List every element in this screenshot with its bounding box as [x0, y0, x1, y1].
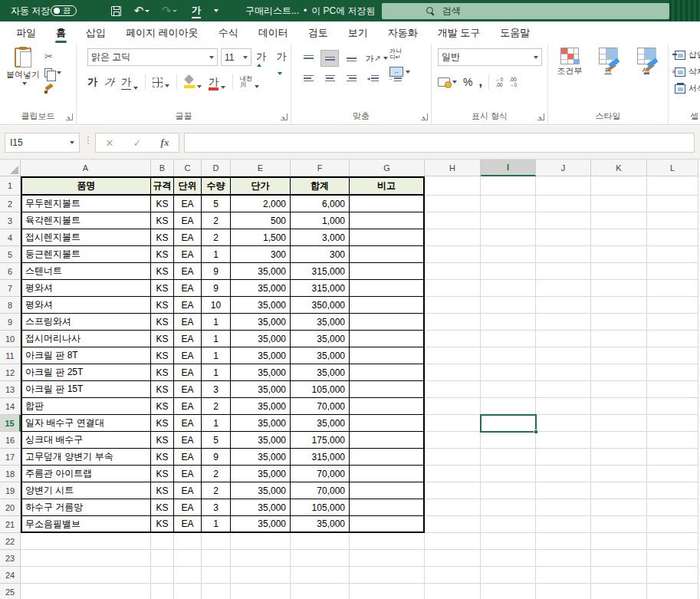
cell-G1[interactable]: 비고: [350, 176, 425, 196]
row-header-3[interactable]: 3: [0, 212, 21, 229]
cell-D15[interactable]: 1: [202, 415, 231, 432]
tab-insert[interactable]: 삽입: [76, 21, 116, 44]
cell-B10[interactable]: KS: [151, 331, 174, 347]
qat-customize-button[interactable]: [209, 0, 224, 21]
align-center-button[interactable]: [320, 70, 339, 87]
cell-B5[interactable]: KS: [151, 246, 174, 263]
col-header-E[interactable]: E: [231, 160, 291, 176]
name-box-resizer[interactable]: [87, 137, 89, 149]
row-header-15[interactable]: 15: [0, 415, 21, 432]
cell-B24[interactable]: [151, 567, 174, 584]
cell-H20[interactable]: [425, 499, 481, 516]
cell-J16[interactable]: [536, 432, 591, 449]
cell-E18[interactable]: 35,000: [231, 466, 291, 482]
cell-A8[interactable]: 평와셔: [21, 297, 151, 314]
cell-F20[interactable]: 105,000: [291, 499, 350, 516]
tab-review[interactable]: 검토: [298, 21, 338, 44]
cell-K17[interactable]: [591, 449, 647, 466]
cell-E10[interactable]: 35,000: [231, 331, 291, 347]
cell-I22[interactable]: [481, 533, 536, 550]
cell-F3[interactable]: 1,000: [291, 212, 350, 229]
cell-B16[interactable]: KS: [151, 432, 174, 449]
cell-J14[interactable]: [536, 398, 591, 415]
insert-function-button[interactable]: fx: [161, 137, 169, 149]
cell-F12[interactable]: 35,000: [291, 364, 350, 381]
format-painter-button[interactable]: [44, 84, 61, 96]
col-header-D[interactable]: D: [202, 160, 231, 176]
cell-K18[interactable]: [591, 466, 647, 482]
cell-E8[interactable]: 35,000: [231, 297, 291, 314]
cell-K4[interactable]: [591, 229, 647, 246]
cell-C12[interactable]: EA: [174, 364, 202, 381]
cell-B11[interactable]: KS: [151, 347, 174, 364]
cell-D24[interactable]: [202, 567, 231, 584]
cell-K14[interactable]: [591, 398, 647, 415]
cell-E11[interactable]: 35,000: [231, 347, 291, 364]
cell-J15[interactable]: [536, 415, 591, 432]
enter-button[interactable]: ✓: [133, 137, 142, 149]
tab-data[interactable]: 데이터: [248, 21, 298, 44]
cell-A25[interactable]: [21, 584, 151, 599]
cell-L2[interactable]: [647, 196, 698, 212]
italic-button[interactable]: 가: [104, 75, 116, 89]
cell-E2[interactable]: 2,000: [231, 196, 291, 212]
delete-cells-button[interactable]: 삭제: [675, 66, 700, 77]
cell-F17[interactable]: 315,000: [291, 449, 350, 466]
cell-J21[interactable]: [536, 516, 591, 533]
cell-K11[interactable]: [591, 347, 647, 364]
percent-style-button[interactable]: %: [463, 76, 472, 88]
cell-B14[interactable]: KS: [151, 398, 174, 415]
cell-A15[interactable]: 일자 배수구 연결대: [21, 415, 151, 432]
cell-L13[interactable]: [647, 381, 698, 398]
cell-E22[interactable]: [231, 533, 291, 550]
number-format-select[interactable]: 일반: [438, 48, 542, 66]
cell-B6[interactable]: KS: [151, 263, 174, 280]
cell-I24[interactable]: [481, 567, 536, 584]
cell-A4[interactable]: 접시렌지볼트: [21, 229, 151, 246]
row-header-2[interactable]: 2: [0, 196, 21, 212]
cell-I18[interactable]: [481, 466, 536, 482]
cell-I11[interactable]: [481, 347, 536, 364]
cell-F18[interactable]: 70,000: [291, 466, 350, 482]
paste-button[interactable]: 붙여넣기: [6, 48, 40, 104]
cell-J6[interactable]: [536, 263, 591, 280]
cell-H17[interactable]: [425, 449, 481, 466]
cell-F5[interactable]: 300: [291, 246, 350, 263]
cell-H5[interactable]: [425, 246, 481, 263]
cell-E3[interactable]: 500: [231, 212, 291, 229]
cell-C25[interactable]: [174, 584, 202, 599]
cell-C15[interactable]: EA: [174, 415, 202, 432]
cell-B18[interactable]: KS: [151, 466, 174, 482]
cell-D23[interactable]: [202, 550, 231, 567]
cell-D8[interactable]: 10: [202, 297, 231, 314]
cell-C11[interactable]: EA: [174, 347, 202, 364]
cell-D4[interactable]: 2: [202, 229, 231, 246]
cell-A13[interactable]: 아크릴 판 15T: [21, 381, 151, 398]
cell-K13[interactable]: [591, 381, 647, 398]
cell-A18[interactable]: 주름관 아이트랩: [21, 466, 151, 482]
comma-style-button[interactable]: ,: [478, 78, 481, 86]
tab-file[interactable]: 파일: [6, 21, 46, 44]
col-header-F[interactable]: F: [291, 160, 350, 176]
cell-I2[interactable]: [481, 196, 536, 212]
col-header-C[interactable]: C: [174, 160, 202, 176]
undo-button[interactable]: ↶: [130, 0, 153, 21]
cell-H23[interactable]: [425, 550, 481, 567]
cell-C6[interactable]: EA: [174, 263, 202, 280]
cell-C19[interactable]: EA: [174, 482, 202, 499]
fill-color-button[interactable]: [184, 76, 202, 88]
fill-handle[interactable]: [534, 430, 538, 434]
cell-A2[interactable]: 무두렌지볼트: [21, 196, 151, 212]
cell-G9[interactable]: [350, 314, 425, 331]
cell-G5[interactable]: [350, 246, 425, 263]
tab-automate[interactable]: 자동화: [378, 21, 428, 44]
cell-A9[interactable]: 스프링와셔: [21, 314, 151, 331]
cell-J25[interactable]: [536, 584, 591, 599]
cell-B2[interactable]: KS: [151, 196, 174, 212]
cell-E14[interactable]: 35,000: [231, 398, 291, 415]
cell-E15[interactable]: 35,000: [231, 415, 291, 432]
cell-L1[interactable]: [647, 176, 698, 196]
cell-E21[interactable]: 35,000: [231, 516, 291, 533]
cell-K22[interactable]: [591, 533, 647, 550]
cell-A1[interactable]: 품명: [21, 176, 151, 196]
